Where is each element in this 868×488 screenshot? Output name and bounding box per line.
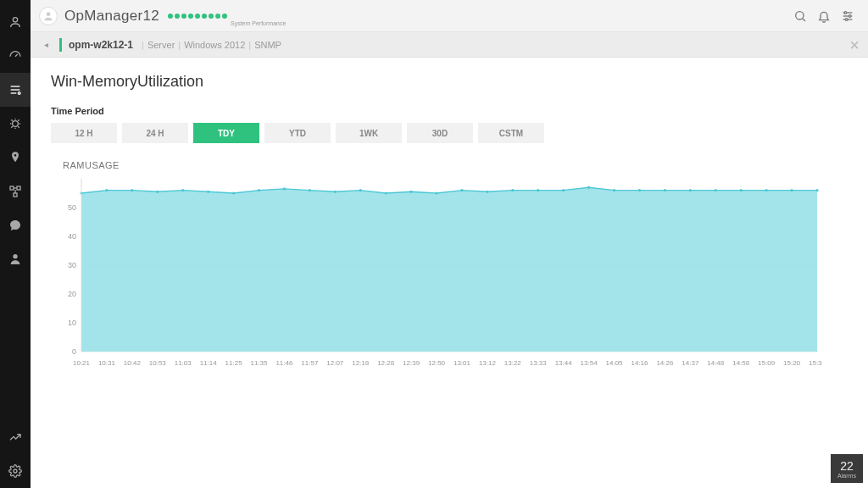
- svg-point-68: [715, 189, 717, 191]
- svg-text:50: 50: [68, 203, 76, 212]
- svg-point-61: [537, 189, 539, 191]
- svg-point-63: [587, 186, 590, 189]
- svg-point-58: [460, 189, 463, 191]
- svg-point-29: [849, 14, 851, 17]
- svg-line-14: [18, 119, 19, 120]
- alarms-badge[interactable]: 22 Alarms: [831, 454, 863, 483]
- svg-point-46: [156, 191, 159, 193]
- svg-point-23: [796, 11, 804, 19]
- svg-text:10:21: 10:21: [73, 359, 91, 367]
- svg-text:11:46: 11:46: [275, 359, 293, 367]
- svg-text:14:05: 14:05: [606, 359, 624, 367]
- topbar: OpManager12 System Performance: [31, 0, 868, 32]
- svg-point-57: [435, 191, 437, 194]
- svg-text:12:07: 12:07: [326, 359, 344, 367]
- avatar[interactable]: [39, 7, 58, 25]
- svg-point-21: [14, 469, 17, 473]
- svg-text:10:53: 10:53: [149, 359, 167, 367]
- time-tab-12h[interactable]: 12 H: [51, 123, 117, 143]
- svg-text:11:35: 11:35: [251, 359, 269, 367]
- svg-point-72: [815, 189, 818, 191]
- time-tab-30d[interactable]: 30D: [407, 123, 473, 143]
- svg-rect-15: [10, 186, 14, 190]
- svg-line-12: [18, 126, 19, 127]
- svg-point-66: [664, 189, 666, 191]
- sidebar-list-icon[interactable]: [0, 73, 31, 107]
- svg-text:13:33: 13:33: [530, 359, 548, 367]
- svg-text:15:20: 15:20: [783, 359, 801, 367]
- svg-point-47: [181, 189, 184, 191]
- sidebar-network-icon[interactable]: [0, 175, 31, 208]
- svg-point-70: [765, 189, 768, 191]
- svg-text:14:48: 14:48: [707, 359, 725, 367]
- svg-text:15:09: 15:09: [758, 359, 776, 367]
- svg-line-1: [15, 54, 18, 57]
- svg-text:14:37: 14:37: [682, 359, 699, 367]
- svg-text:30: 30: [68, 261, 76, 269]
- svg-point-55: [385, 191, 387, 194]
- svg-text:11:57: 11:57: [301, 359, 319, 367]
- time-period-label: Time Period: [51, 106, 848, 116]
- svg-text:10: 10: [68, 319, 76, 327]
- sidebar-trend-icon[interactable]: [0, 420, 31, 454]
- time-tab-24h[interactable]: 24 H: [122, 123, 188, 143]
- close-icon[interactable]: ×: [849, 36, 860, 53]
- perf-dots: [168, 14, 227, 19]
- svg-point-48: [207, 191, 209, 193]
- main-area: OpManager12 System Performance ◂ opm-w2k…: [31, 0, 868, 488]
- svg-text:11:03: 11:03: [175, 359, 192, 367]
- sidebar-gear-icon[interactable]: [0, 454, 31, 488]
- sidebar-chat-icon[interactable]: [0, 208, 31, 242]
- breadcrumb-host[interactable]: opm-w2k12-1: [69, 39, 133, 51]
- svg-point-0: [13, 18, 17, 22]
- svg-point-30: [845, 18, 848, 20]
- svg-text:13:44: 13:44: [555, 359, 573, 367]
- svg-point-51: [283, 187, 286, 190]
- sidebar-person-icon[interactable]: [0, 242, 31, 276]
- svg-text:14:16: 14:16: [631, 359, 648, 367]
- time-tab-ytd[interactable]: YTD: [264, 123, 331, 143]
- svg-point-69: [740, 189, 743, 191]
- svg-text:20: 20: [68, 290, 76, 298]
- breadcrumb-part: Windows 2012: [184, 40, 245, 50]
- svg-text:13:22: 13:22: [504, 359, 522, 367]
- breadcrumb-sep: |: [248, 40, 251, 50]
- svg-text:13:12: 13:12: [479, 359, 497, 367]
- back-button[interactable]: ◂: [39, 40, 53, 49]
- sidebar-pin-icon[interactable]: [0, 141, 31, 175]
- svg-text:40: 40: [68, 232, 76, 241]
- svg-point-28: [844, 11, 847, 14]
- sidebar-gauge-icon[interactable]: [0, 39, 31, 73]
- breadcrumb-sep: |: [178, 40, 181, 50]
- time-period-tabs: 12 H24 HTDYYTD1WK30DCSTM: [51, 123, 848, 143]
- breadcrumb-accent: [59, 38, 62, 52]
- alarms-label: Alarms: [837, 473, 856, 479]
- time-tab-cstm[interactable]: CSTM: [478, 123, 544, 143]
- svg-line-13: [11, 126, 12, 127]
- svg-text:0: 0: [72, 347, 76, 356]
- svg-point-67: [689, 189, 692, 191]
- svg-text:11:25: 11:25: [225, 359, 243, 367]
- svg-text:12:18: 12:18: [352, 359, 370, 367]
- time-tab-1wk[interactable]: 1WK: [336, 123, 402, 143]
- svg-point-50: [258, 189, 260, 191]
- svg-text:14:26: 14:26: [656, 359, 674, 367]
- settings-sliders-icon[interactable]: [836, 4, 860, 28]
- alarms-count: 22: [840, 459, 854, 473]
- svg-point-20: [13, 254, 17, 258]
- breadcrumb: ◂ opm-w2k12-1 |Server|Windows 2012|SNMP …: [31, 32, 868, 58]
- sidebar-alert-icon[interactable]: [0, 107, 31, 141]
- svg-point-56: [410, 191, 413, 193]
- svg-text:12:39: 12:39: [403, 359, 420, 367]
- svg-text:12:28: 12:28: [377, 359, 395, 367]
- svg-point-64: [613, 189, 615, 191]
- svg-point-71: [790, 189, 793, 191]
- time-tab-tdy[interactable]: TDY: [193, 123, 259, 143]
- bell-icon[interactable]: [812, 4, 836, 28]
- chart: 0102030405010:2110:3110:4210:5311:0311:1…: [51, 175, 822, 374]
- svg-point-53: [334, 191, 337, 193]
- search-icon[interactable]: [788, 4, 812, 28]
- sidebar: [0, 0, 31, 488]
- brand-title: OpManager12: [64, 8, 159, 25]
- sidebar-user-icon[interactable]: [0, 5, 31, 39]
